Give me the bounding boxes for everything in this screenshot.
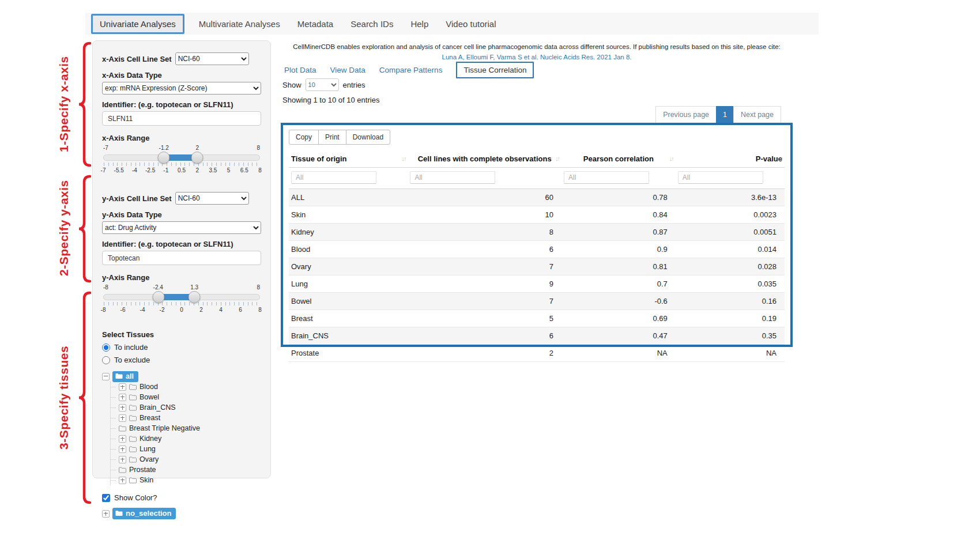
tick-label: 5 — [227, 167, 231, 173]
sort-icon[interactable]: ↓↑ — [778, 155, 782, 162]
annotation-step3-label: 3-Specify tissues — [55, 291, 73, 504]
tree-node-no-selection-label[interactable]: no_selection — [112, 508, 176, 519]
citation-link[interactable]: Luna A, Elloumi F, Varma S et al. Nuclei… — [442, 54, 632, 61]
expand-icon[interactable] — [119, 414, 126, 422]
tree-node-all[interactable]: all — [102, 371, 261, 382]
filter-input-p-value[interactable] — [678, 171, 763, 184]
y-data-type-select[interactable]: act: Drug Activity — [102, 221, 261, 234]
expand-icon[interactable] — [102, 510, 110, 518]
entries-select[interactable]: 10 — [306, 78, 339, 91]
slider-handle-from[interactable] — [152, 291, 164, 303]
annotation-step1-label: 1-Specify x-axis — [55, 41, 73, 167]
expand-icon[interactable] — [119, 435, 126, 443]
column-header-p-value[interactable]: P-value↓↑ — [676, 150, 785, 168]
nav-item-help[interactable]: Help — [402, 19, 437, 29]
tree-node-prostate[interactable]: Prostate — [118, 465, 261, 475]
tree-node-breast-triple-negative[interactable]: Breast Triple Negative — [118, 423, 261, 433]
tick-label: -2 — [160, 307, 165, 313]
tick-label: -5.5 — [114, 167, 124, 173]
table-cell: Prostate — [289, 345, 408, 362]
to-include-radio[interactable] — [102, 344, 110, 352]
tree-node-skin[interactable]: Skin — [118, 475, 261, 485]
tick-label: 6.5 — [240, 167, 248, 173]
column-header-tissue-of-origin[interactable]: Tissue of origin↓↑ — [289, 150, 408, 168]
tab-plot-data[interactable]: Plot Data — [284, 66, 316, 74]
tree-node-ovary[interactable]: Ovary — [118, 454, 261, 465]
collapse-icon[interactable] — [102, 373, 110, 380]
column-header-cell-lines-with-complete-observations[interactable]: Cell lines with complete observations↓↑ — [408, 150, 561, 168]
tree-node-blood[interactable]: Blood — [118, 382, 261, 392]
tree-node-label: Breast — [140, 414, 160, 422]
nav-item-multivariate-analyses[interactable]: Multivariate Analyses — [190, 19, 289, 29]
y-range-slider[interactable]: -8-2.41.38-8-6-4-202468 — [103, 284, 260, 316]
range-to-label: 2 — [195, 145, 199, 151]
y-cell-line-set-select[interactable]: NCI-60 — [175, 192, 249, 205]
x-cell-line-set-label: x-Axis Cell Line Set — [102, 55, 172, 63]
previous-page-button[interactable]: Previous page — [655, 106, 717, 123]
print-button[interactable]: Print — [318, 130, 346, 145]
expand-icon[interactable] — [119, 404, 126, 412]
tree-node-bowel[interactable]: Bowel — [118, 392, 261, 402]
tab-view-data[interactable]: View Data — [330, 66, 365, 74]
table-cell: 0.87 — [561, 224, 676, 241]
folder-icon — [129, 477, 137, 484]
x-identifier-input[interactable] — [102, 111, 261, 126]
folder-icon — [119, 425, 126, 432]
table-cell: 9 — [408, 276, 561, 293]
table-header-row: Tissue of origin↓↑Cell lines with comple… — [289, 150, 785, 168]
slider-handle-from[interactable] — [158, 152, 170, 164]
x-range-slider[interactable]: -7-1.228-7-5.5-4-2.5-10.523.556.58 — [103, 145, 260, 177]
expand-icon[interactable] — [119, 446, 126, 453]
nav-item-metadata[interactable]: Metadata — [289, 19, 342, 29]
nav-item-search-ids[interactable]: Search IDs — [342, 19, 402, 29]
tick-label: -1 — [163, 167, 168, 173]
to-exclude-radio[interactable] — [102, 356, 110, 364]
tree-node-lung[interactable]: Lung — [118, 444, 261, 454]
expand-icon[interactable] — [119, 477, 126, 484]
tree-node-all-label[interactable]: all — [112, 371, 138, 382]
table-cell: Skin — [289, 206, 408, 224]
tick-label: -2.5 — [145, 167, 155, 173]
slider-ticks — [104, 163, 259, 166]
current-page-button[interactable]: 1 — [716, 106, 734, 123]
tree-node-label: Brain_CNS — [140, 403, 176, 412]
tab-compare-patterns[interactable]: Compare Patterns — [379, 66, 443, 74]
slider-handle-to[interactable] — [191, 152, 203, 164]
copy-button[interactable]: Copy — [289, 130, 319, 145]
slider-track[interactable] — [103, 154, 260, 161]
expand-icon[interactable] — [119, 383, 126, 391]
table-row: ALL600.783.6e-13 — [289, 189, 785, 206]
slider-track[interactable] — [103, 294, 260, 300]
x-cell-line-set-select[interactable]: NCI-60 — [175, 52, 249, 65]
filter-input-pearson-correlation[interactable] — [564, 171, 649, 184]
x-data-type-select[interactable]: exp: mRNA Expression (Z-Score) — [102, 82, 261, 95]
tissue-correlation-table: Tissue of origin↓↑Cell lines with comple… — [289, 150, 785, 362]
filter-input-cell-lines-with-complete-observations[interactable] — [410, 171, 495, 184]
sort-icon[interactable]: ↓↑ — [555, 155, 559, 162]
column-header-pearson-correlation[interactable]: Pearson correlation↓↑ — [561, 150, 676, 168]
tree-node-breast[interactable]: Breast — [118, 413, 261, 423]
sort-icon[interactable]: ↓↑ — [669, 155, 673, 162]
table-cell: 0.47 — [561, 327, 676, 345]
table-cell: 6 — [408, 241, 561, 258]
tree-node-kidney[interactable]: Kidney — [118, 433, 261, 444]
table-cell: Blood — [289, 241, 408, 258]
table-row: Lung90.70.035 — [289, 276, 785, 293]
slider-handle-to[interactable] — [188, 291, 200, 303]
nav-item-univariate-analyses[interactable]: Univariate Analyses — [91, 14, 184, 34]
folder-icon — [129, 436, 137, 442]
table-cell: NA — [561, 345, 676, 362]
expand-icon[interactable] — [119, 394, 126, 401]
nav-item-video-tutorial[interactable]: Video tutorial — [437, 19, 504, 29]
show-color-checkbox[interactable] — [102, 494, 110, 502]
y-identifier-label: Identifier: (e.g. topotecan or SLFN11) — [102, 240, 261, 248]
filter-input-tissue-of-origin[interactable] — [291, 171, 376, 184]
y-identifier-input[interactable] — [102, 251, 261, 265]
next-page-button[interactable]: Next page — [733, 106, 781, 123]
download-button[interactable]: Download — [346, 130, 390, 145]
tab-tissue-correlation[interactable]: Tissue Correlation — [456, 62, 534, 78]
tree-node-no-selection[interactable]: no_selection — [102, 508, 261, 519]
sort-icon[interactable]: ↓↑ — [401, 155, 405, 162]
tree-node-brain-cns[interactable]: Brain_CNS — [118, 402, 261, 413]
expand-icon[interactable] — [119, 456, 126, 463]
